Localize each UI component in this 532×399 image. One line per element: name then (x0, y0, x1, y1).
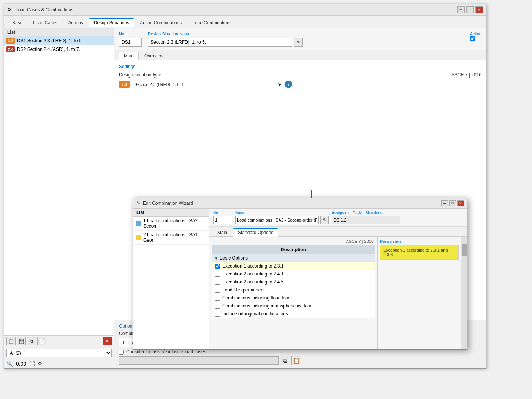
tab-action-combinations[interactable]: Action Combinations (135, 18, 187, 27)
coordinates-icon[interactable]: 0.00 (16, 361, 26, 367)
minimize-button[interactable]: ─ (457, 6, 465, 13)
checkbox-2[interactable] (215, 272, 220, 277)
dialog-assigned-label: Assigned to Design Situations (332, 211, 400, 215)
info-bar: No. Design Situation Name ✎ Active (114, 28, 486, 50)
dialog-name-edit-btn[interactable]: ✎ (320, 216, 329, 224)
list-item-2[interactable]: 2.4 DS2 Section 2.4 (ASD), 1. to 7. (4, 45, 114, 54)
dialog-name-input[interactable] (235, 216, 319, 224)
consider-checkbox-row: Consider inclusive/exclusive load cases (119, 349, 481, 355)
std-options-left: ASCE 7 | 2016 Description ▼ Basic Option… (209, 237, 377, 349)
std-options-body: ASCE 7 | 2016 Description ▼ Basic Option… (209, 237, 467, 349)
dialog-list-panel: List 1 Load combinations | SA2 - Secon 2… (133, 209, 209, 349)
scrollbar[interactable] (461, 237, 467, 349)
checkbox-4[interactable] (215, 288, 220, 293)
tab-load-cases[interactable]: Load Cases (28, 18, 62, 27)
paste-button[interactable]: 📄 (37, 337, 46, 345)
dialog-tab-standard-options[interactable]: Standard Options (233, 228, 278, 237)
sub-tab-bar: Main Overview (114, 50, 486, 60)
tab-load-combinations[interactable]: Load Combinations (187, 18, 236, 27)
sub-tab-overview[interactable]: Overview (139, 52, 168, 60)
std-options-right: Parameters Exception 1 according to 2.3.… (377, 237, 461, 349)
edit-combination-wizard-dialog: ✎ Edit Combination Wizard ─ □ ✕ List 1 L… (133, 198, 467, 350)
dialog-title-bar: ✎ Edit Combination Wizard ─ □ ✕ (133, 198, 467, 209)
dialog-title: Edit Combination Wizard (143, 201, 441, 206)
main-tab-bar: Base Load Cases Actions Design Situation… (4, 16, 486, 28)
name-field: ✎ (148, 38, 303, 47)
list-icons-row: 🔍 0.00 ⛶ ⚙ (4, 359, 114, 368)
dialog-close[interactable]: ✕ (457, 200, 464, 206)
dialog-body: List 1 Load combinations | SA2 - Secon 2… (133, 209, 467, 349)
ds-dropdown[interactable]: Section 2.3 (LRFD), 1. to 5. (131, 80, 283, 89)
basic-options-header[interactable]: ▼ Basic Options (212, 254, 375, 262)
dialog-no-group: No. (213, 211, 232, 224)
dialog-list-item-2[interactable]: 2 Load combinations | SA1 - Geom (133, 231, 209, 245)
checkbox-label-2: Exception 2 according to 2.4.1 (222, 271, 283, 277)
checkbox-label-4: Load H is permanent (222, 287, 264, 293)
dialog-assigned-input[interactable] (332, 216, 400, 224)
checkbox-7[interactable] (215, 312, 220, 317)
dialog-minimize[interactable]: ─ (441, 200, 448, 206)
no-input[interactable] (119, 38, 142, 47)
ds-type-row: Design situation type ASCE 7 | 2016 (119, 72, 481, 78)
sub-tab-main[interactable]: Main (119, 52, 139, 60)
window-controls: ─ □ ✕ (457, 6, 483, 13)
dialog-tab-main[interactable]: Main (212, 228, 232, 236)
item-badge-1: 2.3 (6, 38, 15, 44)
app-icon: ⚙ (7, 7, 13, 13)
settings-icon[interactable]: ⚙ (38, 361, 43, 367)
checkbox-3[interactable] (215, 280, 220, 285)
checkbox-item-2: Exception 2 according to 2.4.1 (212, 270, 375, 278)
name-label: Design Situation Name (148, 32, 303, 36)
search-icon[interactable]: 🔍 (6, 361, 13, 367)
collapse-icon: ▼ (214, 256, 218, 260)
secondary-bar: ⧉ 📋 (119, 356, 481, 365)
dialog-no-input[interactable] (213, 216, 232, 224)
checkbox-item-1: Exception 1 according to 2.3.1 (212, 262, 375, 270)
tab-actions[interactable]: Actions (63, 18, 88, 27)
no-field (119, 38, 142, 47)
close-button[interactable]: ✕ (475, 6, 483, 13)
dialog-info-row: No. Name ✎ Assigned to Design Situations (209, 209, 467, 227)
checkbox-item-7: Include orthogonal combinations (212, 310, 375, 318)
secondary-paste-btn[interactable]: 📋 (291, 356, 301, 365)
name-input[interactable] (148, 38, 292, 47)
title-bar: ⚙ Load Cases & Combinations ─ □ ✕ (4, 4, 486, 16)
active-group: Active (470, 32, 481, 41)
list-item-text-2: DS2 Section 2.4 (ASD), 1. to 7. (17, 47, 80, 52)
maximize-button[interactable]: □ (466, 6, 474, 13)
secondary-copy-btn[interactable]: ⧉ (280, 356, 290, 365)
dialog-list-text-2: 2 Load combinations | SA1 - Geom (143, 232, 207, 243)
active-checkbox[interactable] (470, 36, 475, 41)
dialog-assigned-group: Assigned to Design Situations (332, 211, 400, 224)
ds-type-label: Design situation type (119, 72, 161, 78)
dialog-badge-1 (136, 221, 141, 226)
name-group: Design Situation Name ✎ (148, 32, 303, 47)
hierarchy-icon[interactable]: ⛶ (29, 361, 35, 367)
dialog-maximize[interactable]: □ (449, 200, 456, 206)
dialog-no-label: No. (213, 211, 232, 215)
tab-design-situations[interactable]: Design Situations (89, 18, 134, 27)
info-button[interactable]: i (285, 81, 292, 88)
checkbox-label-7: Include orthogonal combinations (222, 311, 288, 317)
delete-button[interactable]: ✕ (103, 337, 112, 345)
list-item[interactable]: 2.3 DS1 Section 2.3 (LRFD), 1. to 5. (4, 36, 114, 45)
checkbox-item-4: Load H is permanent (212, 286, 375, 294)
copy-button[interactable]: ⧉ (27, 337, 36, 345)
checkbox-1[interactable] (215, 264, 220, 269)
checkbox-5[interactable] (215, 296, 220, 301)
checkbox-6[interactable] (215, 304, 220, 309)
new-button[interactable]: 📋 (6, 337, 16, 345)
asce-label: ASCE 7 | 2016 (212, 239, 375, 244)
item-badge-2: 2.4 (6, 46, 15, 52)
tab-base[interactable]: Base (7, 18, 27, 27)
dialog-list-item-1[interactable]: 1 Load combinations | SA2 - Secon (133, 217, 209, 231)
filter-select[interactable]: All (2) (6, 349, 112, 357)
consider-checkbox[interactable] (119, 350, 124, 355)
list-spacer (4, 54, 114, 335)
save-button[interactable]: 💾 (17, 337, 26, 345)
dialog-name-row: ✎ (235, 216, 329, 224)
active-checkbox-row (470, 36, 475, 41)
basic-options-label: Basic Options (220, 255, 248, 261)
name-edit-button[interactable]: ✎ (294, 38, 303, 47)
settings-title: Settings (119, 64, 481, 69)
